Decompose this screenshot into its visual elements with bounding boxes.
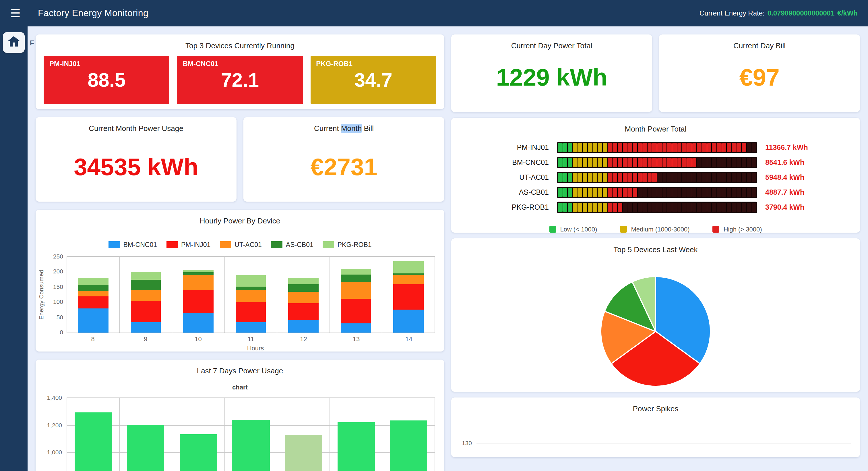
device-tile: PM-INJ0188.5 bbox=[43, 56, 169, 104]
legend-item: BM-CNC01 bbox=[108, 241, 157, 248]
bar-segment bbox=[583, 203, 587, 212]
bar-segment bbox=[563, 158, 567, 167]
bar-segment bbox=[717, 173, 721, 182]
stack-segment bbox=[341, 282, 371, 299]
bar-segment bbox=[648, 173, 652, 182]
hourly-chart-card: Hourly Power By Device BM-CNC01PM-INJ01U… bbox=[36, 210, 444, 352]
home-button[interactable] bbox=[3, 32, 25, 53]
bar-segment bbox=[638, 203, 642, 212]
legend-swatch bbox=[620, 226, 627, 233]
bar-segment bbox=[692, 173, 696, 182]
legend-label: BM-CNC01 bbox=[123, 241, 157, 248]
bar-segment bbox=[752, 203, 756, 212]
bar-segment bbox=[727, 203, 732, 212]
bar-segment bbox=[692, 158, 696, 167]
device-name: BM-CNC01 bbox=[183, 60, 298, 68]
legend-label: PKG-ROB1 bbox=[338, 241, 372, 248]
segmented-bar bbox=[557, 156, 757, 168]
bar bbox=[337, 422, 375, 471]
legend-label: High (> 3000) bbox=[724, 226, 762, 233]
device-label: AS-CB01 bbox=[480, 188, 549, 196]
bar-segment bbox=[662, 203, 667, 212]
bar-segment bbox=[732, 158, 736, 167]
stack-segment bbox=[394, 261, 424, 273]
bar-segment bbox=[608, 173, 612, 182]
bar-segment bbox=[727, 173, 732, 182]
month-power-row: AS-CB014887.7 kWh bbox=[451, 186, 860, 198]
bar-segment bbox=[682, 203, 687, 212]
bar-segment bbox=[687, 203, 691, 212]
stacked-bar bbox=[78, 278, 108, 332]
bar-segment bbox=[638, 173, 642, 182]
stack-segment bbox=[183, 275, 213, 290]
bar-segment bbox=[608, 143, 612, 152]
bar-segment bbox=[648, 187, 652, 197]
bar-segment bbox=[583, 158, 587, 167]
bar-segment bbox=[568, 203, 572, 212]
y-tick-label: 0 bbox=[60, 328, 63, 335]
bar-segment bbox=[593, 187, 597, 197]
pie-wrap bbox=[451, 271, 860, 392]
bar-segment bbox=[652, 143, 657, 152]
bar-segment bbox=[638, 187, 642, 197]
chart-column bbox=[383, 257, 435, 332]
bar-segment bbox=[623, 173, 627, 182]
divider bbox=[468, 218, 843, 218]
day-bill-value: €97 bbox=[659, 64, 860, 91]
card-title: Current Month Power Usage bbox=[36, 117, 237, 133]
month-power-row: PKG-ROB13790.4 kWh bbox=[451, 201, 860, 213]
bar-segment bbox=[652, 173, 657, 182]
bar-segment bbox=[697, 187, 702, 197]
chart-title: Power Spikes bbox=[451, 398, 860, 413]
bar-segment bbox=[737, 158, 741, 167]
bar-segment bbox=[623, 187, 627, 197]
bar-segment bbox=[657, 173, 662, 182]
bar-segment bbox=[632, 203, 637, 212]
bar-segment bbox=[578, 158, 582, 167]
stack-segment bbox=[131, 279, 161, 290]
bar-segment bbox=[563, 187, 567, 197]
bar-segment bbox=[583, 143, 587, 152]
segmented-bar bbox=[557, 186, 757, 198]
bar-segment bbox=[702, 173, 706, 182]
bar-segment bbox=[613, 143, 617, 152]
last7-cells bbox=[67, 398, 435, 471]
stack-segment bbox=[183, 313, 213, 332]
legend-swatch bbox=[108, 241, 120, 248]
chart-column bbox=[172, 398, 225, 471]
bar-segment bbox=[573, 158, 577, 167]
bar-segment bbox=[752, 158, 756, 167]
device-label: PM-INJ01 bbox=[480, 143, 549, 151]
bar-segment bbox=[692, 143, 696, 152]
card-title: Current Month Bill bbox=[243, 117, 444, 133]
hourly-chart: Energy Consumed 050100150200250 bbox=[36, 256, 444, 333]
stack-segment bbox=[78, 278, 108, 285]
bar-segment bbox=[578, 143, 582, 152]
legend-item: PM-INJ01 bbox=[166, 241, 210, 248]
chart-title: Month Power Total bbox=[451, 118, 860, 133]
bar-segment bbox=[697, 143, 702, 152]
bar-segment bbox=[578, 203, 582, 212]
chart-column bbox=[278, 257, 330, 332]
x-tick-label: 13 bbox=[330, 335, 382, 342]
pie-chart bbox=[595, 271, 716, 392]
bar-segment bbox=[722, 158, 726, 167]
bar-segment bbox=[568, 173, 572, 182]
bar-segment bbox=[742, 143, 746, 152]
stack-segment bbox=[183, 290, 213, 313]
bar-segment bbox=[722, 187, 726, 197]
bar-segment bbox=[632, 143, 637, 152]
legend-swatch bbox=[322, 241, 334, 248]
bar-segment bbox=[568, 143, 572, 152]
chart-column bbox=[330, 398, 383, 471]
bar-segment bbox=[668, 187, 672, 197]
bar-segment bbox=[732, 203, 736, 212]
last7-plot bbox=[67, 398, 435, 471]
legend-label: PM-INJ01 bbox=[181, 241, 210, 248]
device-label: UT-AC01 bbox=[480, 173, 549, 181]
bar-segment bbox=[598, 187, 602, 197]
bar-segment bbox=[742, 158, 746, 167]
legend-item: Low (< 1000) bbox=[549, 226, 597, 233]
bar-segment bbox=[608, 203, 612, 212]
hamburger-menu-icon[interactable]: ☰ bbox=[10, 6, 26, 20]
